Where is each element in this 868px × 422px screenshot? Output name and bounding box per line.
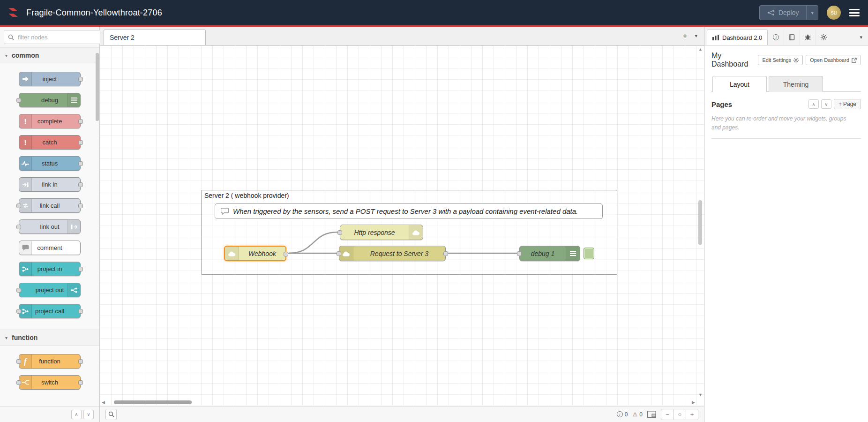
info-icon: i	[773, 34, 779, 40]
palette-category-function[interactable]: ▾ function	[0, 330, 99, 346]
palette-node-link-call[interactable]: link call	[19, 198, 81, 213]
canvas-vscroll-thumb[interactable]	[698, 200, 702, 245]
deploy-caret-button[interactable]: ▾	[806, 6, 818, 20]
zoom-reset-button[interactable]: ○	[673, 409, 686, 420]
output-port	[78, 182, 83, 187]
dashboard-title: My Dashboard	[711, 52, 758, 68]
deploy-button[interactable]: Deploy ▾	[759, 5, 818, 20]
output-port	[78, 119, 83, 124]
chevron-down-icon: ▾	[5, 335, 7, 340]
book-icon	[789, 34, 795, 40]
input-port[interactable]	[517, 251, 522, 256]
tab-info[interactable]: i	[768, 30, 784, 45]
open-dashboard-button[interactable]: Open Dashboard	[806, 55, 861, 65]
tab-help[interactable]	[784, 30, 800, 45]
chevron-down-icon: ▾	[5, 53, 7, 58]
main-menu-button[interactable]	[849, 9, 860, 16]
bar-chart-icon	[712, 35, 719, 40]
output-port[interactable]	[443, 251, 448, 256]
input-port	[16, 225, 21, 229]
info-count: i 0	[617, 411, 628, 418]
scroll-right-icon[interactable]: ▶	[692, 400, 695, 405]
move-page-up-button[interactable]: ∧	[808, 99, 819, 109]
input-port[interactable]	[337, 230, 342, 235]
canvas-hscroll-thumb[interactable]	[114, 400, 192, 404]
deploy-label: Deploy	[778, 9, 799, 16]
switch-icon	[19, 376, 32, 389]
output-port	[78, 77, 83, 82]
dashboard-sidebar-content: My Dashboard Edit Settings Open Dashboar…	[704, 45, 868, 422]
palette-items-common: inject debug ! complete	[0, 63, 99, 330]
node-request-to-server3[interactable]: Request to Server 3	[339, 246, 446, 261]
palette-category-common[interactable]: ▾ common	[0, 47, 99, 63]
palette-node-status[interactable]: status	[19, 156, 81, 171]
canvas-search-button[interactable]	[105, 409, 117, 420]
workspace-column: Server 2 + ▾ Server 2 ( webhook provider…	[100, 27, 704, 422]
header: Fragile-Common-Yellowthroat-2706 Deploy …	[0, 0, 868, 27]
output-port	[78, 203, 83, 208]
palette-node-comment[interactable]: comment	[19, 241, 81, 255]
sidebar-tab-list-button[interactable]: ▾	[860, 34, 868, 45]
zoom-in-button[interactable]: +	[686, 409, 698, 420]
tab-layout[interactable]: Layout	[712, 76, 767, 92]
edit-settings-button[interactable]: Edit Settings	[758, 55, 803, 65]
input-port	[16, 288, 21, 293]
project-call-icon	[19, 304, 32, 318]
palette-node-inject[interactable]: inject	[19, 72, 81, 86]
palette-scrollbar[interactable]	[96, 47, 99, 406]
input-port	[16, 309, 21, 314]
hamburger-icon	[849, 9, 860, 10]
add-flow-button[interactable]: +	[683, 31, 688, 41]
scroll-down-icon[interactable]: ▼	[698, 392, 703, 397]
canvas-horizontal-scrollbar[interactable]: ◀ ▶	[100, 399, 697, 406]
palette-node-function[interactable]: f function	[19, 354, 81, 369]
search-icon	[8, 34, 14, 40]
palette-node-debug[interactable]: debug	[19, 93, 81, 107]
palette-node-complete[interactable]: ! complete	[19, 114, 81, 128]
complete-icon: !	[19, 114, 32, 128]
palette-filter[interactable]	[4, 30, 105, 44]
palette-node-project-out[interactable]: project out	[19, 283, 81, 297]
node-debug-1[interactable]: debug 1	[519, 246, 580, 261]
palette-node-project-in[interactable]: project in	[19, 262, 81, 276]
output-port	[78, 267, 83, 271]
palette-node-project-call[interactable]: project call	[19, 304, 81, 318]
palette-scrollbar-thumb[interactable]	[96, 53, 99, 121]
tab-theming[interactable]: Theming	[769, 76, 823, 92]
scroll-left-icon[interactable]: ◀	[102, 400, 105, 405]
flow-canvas[interactable]: Server 2 ( webhook provider) When trigge…	[100, 45, 704, 406]
flow-list-button[interactable]: ▾	[695, 33, 697, 39]
debug-enable-toggle[interactable]	[584, 248, 594, 259]
tab-config-nodes[interactable]	[816, 30, 831, 45]
tab-dashboard-2[interactable]: Dashboard 2.0	[707, 30, 768, 45]
palette-collapse-all-button[interactable]: ∧	[71, 410, 82, 419]
tab-debug[interactable]	[800, 30, 816, 45]
output-port[interactable]	[284, 252, 288, 256]
move-page-down-button[interactable]: ∨	[821, 99, 831, 109]
palette-node-switch[interactable]: switch	[19, 375, 81, 390]
flow-tab-server2[interactable]: Server 2	[104, 30, 206, 45]
palette-expand-all-button[interactable]: ∨	[83, 410, 94, 419]
palette-items-function: f function switch	[0, 346, 99, 401]
palette-footer: ∧ ∨	[0, 406, 99, 422]
node-http-response[interactable]: Http response	[340, 225, 423, 240]
comment-node[interactable]: When triggered by the sensors, send a PO…	[215, 203, 603, 219]
output-port	[78, 380, 83, 385]
app-logo-icon	[7, 6, 21, 20]
node-webhook[interactable]: Webhook	[224, 246, 286, 261]
external-link-icon	[852, 58, 857, 63]
palette-node-link-out[interactable]: link out	[19, 219, 81, 234]
palette-node-link-in[interactable]: link in	[19, 177, 81, 192]
scroll-up-icon[interactable]: ▲	[698, 47, 703, 52]
palette-node-catch[interactable]: ! catch	[19, 135, 81, 150]
palette-filter-input[interactable]	[17, 33, 101, 41]
input-port[interactable]	[337, 251, 341, 256]
zoom-out-button[interactable]: −	[661, 409, 673, 420]
http-icon	[409, 225, 423, 240]
http-icon	[339, 246, 353, 261]
workspace-title: Fragile-Common-Yellowthroat-2706	[26, 8, 162, 18]
add-page-button[interactable]: + Page	[834, 99, 861, 109]
user-avatar[interactable]: su	[827, 6, 841, 20]
navigator-button[interactable]	[647, 411, 656, 418]
node-red-app: Fragile-Common-Yellowthroat-2706 Deploy …	[0, 0, 868, 422]
